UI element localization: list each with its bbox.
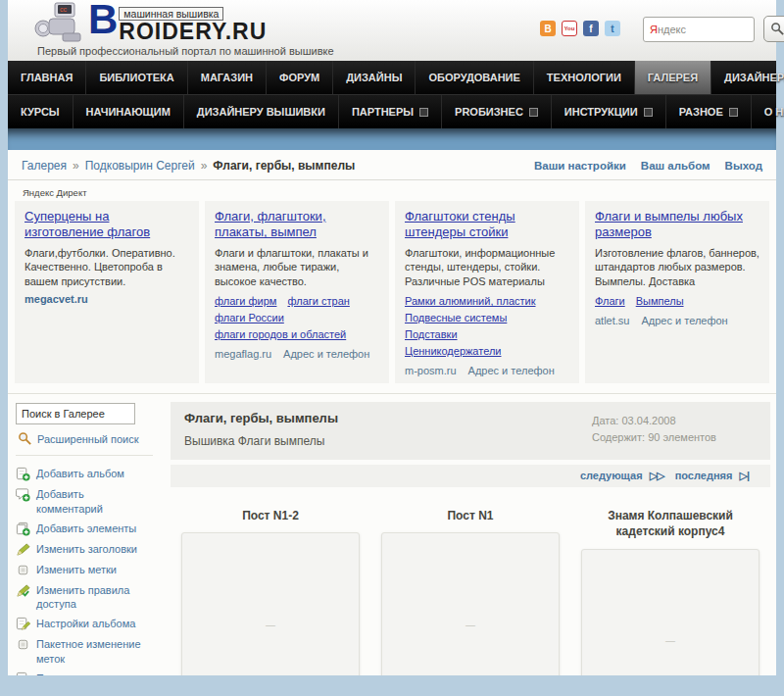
nav-item-galereya-active[interactable]: ГАЛЕРЕЯ [635, 61, 711, 94]
logo-title: ROIDERY.RU [119, 22, 267, 41]
sidebar-divider [16, 455, 153, 456]
nav-label: РАЗНОЕ [679, 106, 723, 118]
ad-title-link[interactable]: Флагштоки стенды штендеры стойки [405, 209, 569, 241]
sidebar-action-edit-titles[interactable]: Изменить заголовки [16, 542, 163, 557]
ad-address-link[interactable]: Адрес и телефон [468, 365, 555, 376]
gallery-item-title[interactable]: Пост N1 [447, 508, 493, 523]
ad-sitelinks: флаги фирмфлаги странфлаги Россиифлаги г… [215, 293, 379, 343]
ad-sitelink[interactable]: Флаги [595, 293, 625, 310]
pagination-next-link[interactable]: следующая [580, 470, 643, 481]
gallery-item-title[interactable]: Знамя Колпашевский кадетский корпус4 [586, 508, 755, 539]
nav-item-nachinayushchim[interactable]: НАЧИНАЮЩИМ [74, 95, 184, 128]
ad-address-link[interactable]: Адрес и телефон [283, 348, 369, 360]
nav-row-2: КУРСЫ НАЧИНАЮЩИМ ДИЗАЙНЕРУ ВЫШИВКИ ПАРТН… [8, 94, 776, 128]
nav-item-o-nas[interactable]: О НАС [752, 95, 784, 128]
nav-item-probiznes[interactable]: PROБИЗНЕС [442, 95, 552, 128]
youtube-icon[interactable]: You [562, 21, 577, 36]
ad-sitelink[interactable]: флаги стран [287, 293, 349, 310]
ad-sitelink[interactable]: флаги городов и областей [215, 326, 346, 343]
gallery-image-placeholder[interactable]: — [381, 532, 560, 675]
gallery-image-placeholder[interactable]: — [181, 532, 360, 675]
batch-square-icon [16, 637, 30, 652]
my-album-link[interactable]: Ваш альбом [641, 160, 710, 172]
ad-footer: m-posm.ruАдрес и телефон [405, 365, 569, 376]
ad-sitelink[interactable]: Подставки [405, 326, 458, 343]
sidebar-action-edit-labels[interactable]: Изменить метки [16, 563, 163, 577]
ad-title-link[interactable]: Флаги и вымпелы любых размеров [595, 209, 760, 241]
ad-footer: atlet.suАдрес и телефон [595, 315, 760, 326]
ad-block: Суперцены на изготовление флагов Флаги,ф… [15, 201, 199, 383]
gallery-search-input[interactable] [16, 403, 135, 424]
ad-domain-link[interactable]: megaflag.ru [215, 348, 271, 360]
sidebar-action-move-album[interactable]: Переместить альбом [16, 671, 163, 675]
nav-item-dizayneru-vyshivki[interactable]: ДИЗАЙНЕРУ ВЫШИВКИ [184, 95, 339, 128]
logo-right: машинная вышивка ROIDERY.RU [119, 4, 267, 41]
ad-sitelink[interactable]: Вымпелы [636, 293, 684, 310]
ad-block: Флагштоки стенды штендеры стойки Флагшто… [395, 201, 579, 383]
ad-sitelink[interactable]: Подвесные системы [405, 310, 507, 326]
action-label: Изменить метки [36, 563, 142, 576]
ad-title-link[interactable]: Суперцены на изготовление флагов [24, 209, 189, 241]
sidebar-action-add-album[interactable]: Добавить альбом [16, 467, 163, 481]
yandex-direct-label[interactable]: Яндекс Директ [23, 187, 776, 198]
search-button[interactable] [763, 16, 784, 42]
settings-link[interactable]: Ваши настройки [534, 160, 626, 172]
yandex-logo-prefix: Я [650, 24, 658, 35]
ad-domain-link[interactable]: atlet.su [595, 315, 629, 326]
ad-title-link[interactable]: Флаги, флагштоки, плакаты, вымпел [215, 209, 379, 241]
ad-domain-link[interactable]: megacvet.ru [24, 293, 88, 305]
breadcrumb-gallery-link[interactable]: Галерея [22, 159, 67, 173]
blogger-icon[interactable]: B [540, 21, 556, 36]
nav-item-dizaynery[interactable]: ДИЗАЙНЕРЫ [711, 61, 784, 94]
gallery-item-title[interactable]: Пост N1-2 [242, 508, 299, 523]
sidebar: Расширенный поиск Добавить альбом Добави… [8, 394, 163, 675]
logout-link[interactable]: Выход [725, 160, 762, 172]
sidebar-action-add-elements[interactable]: Добавить элементы [16, 522, 163, 536]
album-date: Дата: 03.04.2008 [592, 413, 716, 429]
ad-sitelink[interactable]: Рамки алюминий, пластик [405, 293, 536, 310]
gallery-grid: Пост N1-2 — Дата: 10.06.2015 Новый « опе… [171, 508, 770, 675]
sidebar-action-edit-access[interactable]: Изменить правила доступа [16, 583, 163, 612]
nav-item-forum[interactable]: ФОРУМ [267, 61, 333, 94]
nav-item-oborudovanie[interactable]: ОБОРУДОВАНИЕ [416, 61, 533, 94]
advanced-search-label: Расширенный поиск [37, 433, 139, 445]
site-logo[interactable]: cc B машинная вышивка ROIDERY.RU [33, 1, 267, 44]
nav-item-tekhnologii[interactable]: ТЕХНОЛОГИИ [534, 61, 635, 94]
action-label: Переместить альбом [36, 671, 142, 675]
ad-sitelink[interactable]: флаги России [215, 310, 284, 326]
ad-domain-link[interactable]: m-posm.ru [405, 365, 457, 376]
ad-footer: megacvet.ru [24, 293, 189, 305]
pagination-last-link[interactable]: последняя [675, 470, 733, 481]
ad-sitelink[interactable]: Ценникодержатели [405, 343, 501, 360]
ad-address-link[interactable]: Адрес и телефон [641, 315, 727, 326]
breadcrumb-author-link[interactable]: Подковырин Сергей [85, 159, 195, 173]
album-header: Флаги, гербы, вымпелы Вышивка Флаги вымп… [171, 402, 770, 460]
edit-pencil-icon [16, 542, 30, 557]
nav-item-dizayny[interactable]: ДИЗАЙНЫ [333, 61, 416, 94]
nav-label: О НАС [764, 106, 784, 118]
nav-label: ИНСТРУКЦИИ [564, 106, 638, 118]
nav-item-kursy[interactable]: КУРСЫ [8, 95, 74, 128]
nav-item-glavnaya[interactable]: ГЛАВНАЯ [8, 61, 86, 94]
sidebar-action-add-comment[interactable]: Добавить комментарий [16, 487, 163, 516]
ad-sitelink[interactable]: флаги фирм [215, 293, 276, 310]
nav-item-instruktsii[interactable]: ИНСТРУКЦИИ [552, 95, 666, 128]
nav-item-biblioteka[interactable]: БИБЛИОТЕКА [86, 61, 187, 94]
sidebar-action-album-settings[interactable]: Настройки альбома [16, 617, 163, 631]
pagination-last-icon[interactable]: ▷| [739, 470, 749, 481]
twitter-icon[interactable]: t [605, 21, 620, 36]
sidebar-action-batch-labels[interactable]: Пакетное изменение меток [16, 637, 163, 666]
facebook-icon[interactable]: f [583, 21, 599, 36]
ad-body: Флагштоки, информационные стенды, штенде… [405, 246, 569, 289]
yandex-search-input[interactable]: Я ндекс [643, 17, 755, 42]
gallery-image-placeholder[interactable]: — [581, 549, 760, 675]
pagination-next-icon[interactable]: ▷▷ [650, 470, 664, 481]
breadcrumb-bar: Галерея » Подковырин Сергей » Флаги, гер… [8, 150, 776, 180]
nav-item-raznoe[interactable]: РАЗНОЕ [666, 95, 752, 128]
advanced-search-link[interactable]: Расширенный поиск [18, 431, 163, 446]
breadcrumb-separator: » [73, 159, 79, 173]
action-label: Изменить правила доступа [36, 583, 142, 612]
action-label: Добавить комментарий [36, 487, 142, 516]
nav-item-partnery[interactable]: ПАРТНЕРЫ [339, 95, 442, 128]
nav-item-magazin[interactable]: МАГАЗИН [188, 61, 267, 94]
